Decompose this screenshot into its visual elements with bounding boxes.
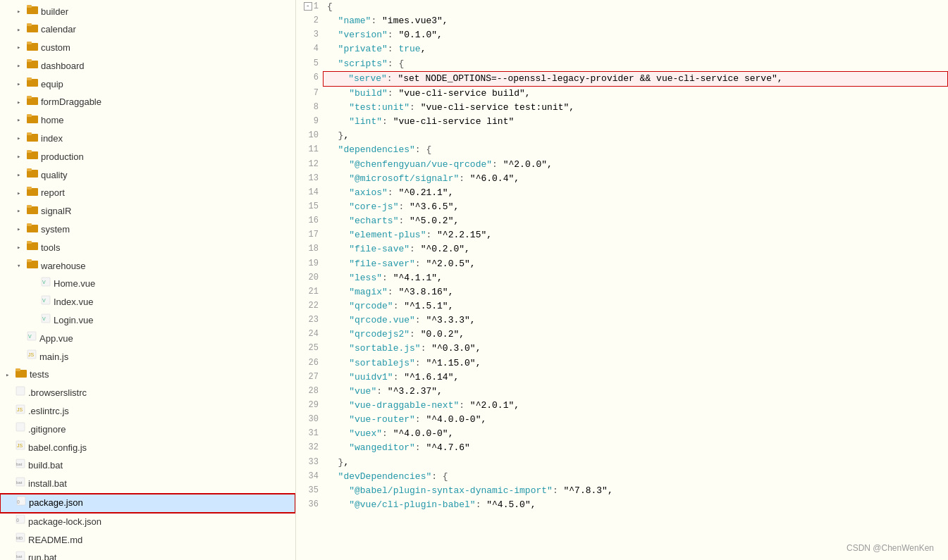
line-number: 36: [296, 498, 324, 512]
sidebar-item-.gitignore[interactable]: .gitignore: [0, 421, 295, 439]
sidebar-item-tools[interactable]: ▸ tools: [0, 239, 295, 257]
sidebar-item-package.json[interactable]: {}package.json: [0, 494, 295, 514]
sidebar-item-label: report: [41, 186, 65, 201]
tree-arrow: ▸: [17, 152, 27, 162]
sidebar-item-label: signalR: [41, 204, 71, 219]
folder-icon: [27, 223, 38, 238]
sidebar-item-formDraggable[interactable]: ▸ formDraggable: [0, 94, 295, 112]
code-table: -1{2 "name": "imes.vue3",3 "version": "0…: [296, 0, 948, 512]
json-icon: {}: [16, 496, 26, 511]
sidebar-item-warehouse[interactable]: ▾ warehouse: [0, 257, 295, 275]
line-number: 24: [296, 328, 324, 342]
line-number: 15: [296, 200, 324, 214]
svg-rect-25: [27, 223, 32, 226]
sidebar-item-label: builder: [41, 5, 68, 20]
code-line: 10 },: [296, 129, 948, 143]
line-content: {: [324, 0, 948, 14]
sidebar-item-label: package.json: [29, 496, 83, 511]
line-number: 34: [296, 470, 324, 484]
line-content: "build": "vue-cli-service build",: [324, 87, 948, 101]
sidebar-item-production[interactable]: ▸ production: [0, 148, 295, 166]
line-number: 27: [296, 371, 324, 385]
code-line: 29 "vue-draggable-next": "^2.0.1",: [296, 399, 948, 413]
sidebar-item-install.bat[interactable]: batinstall.bat: [0, 475, 295, 494]
tree-arrow: ▸: [17, 243, 27, 253]
tree-arrow: ▸: [17, 25, 27, 35]
sidebar-item-report[interactable]: ▸ report: [0, 185, 295, 203]
code-line: 23 "qrcode.vue": "^3.3.3",: [296, 313, 948, 328]
sidebar-item-equip[interactable]: ▸ equip: [0, 75, 295, 94]
folder-icon: [27, 149, 38, 165]
tree-arrow: ▾: [17, 261, 27, 271]
sidebar-item-label: run.bat: [28, 551, 56, 560]
sidebar-item-label: App.vue: [39, 332, 73, 347]
sidebar-item-main.js[interactable]: JSmain.js: [0, 348, 295, 366]
sidebar-item-home[interactable]: ▸ home: [0, 112, 295, 130]
bat-icon: bat: [16, 477, 25, 492]
code-line: 12 "@chenfengyuan/vue-qrcode": "^2.0.0",: [296, 158, 948, 172]
sidebar-item-Login.vue[interactable]: VLogin.vue: [0, 312, 295, 330]
sidebar-item-label: main.js: [39, 350, 68, 365]
sidebar-item-custom[interactable]: ▸ custom: [0, 39, 295, 58]
sidebar-item-index[interactable]: ▸ index: [0, 130, 295, 149]
svg-rect-3: [27, 23, 32, 26]
sidebar-item-build.bat[interactable]: batbuild.bat: [0, 457, 295, 475]
sidebar-item-.eslintrc.js[interactable]: JS.eslintrc.js: [0, 403, 295, 421]
sidebar-item-label: home: [41, 113, 64, 128]
line-number: 22: [296, 299, 324, 313]
vue-icon: V: [41, 277, 51, 292]
line-number: 2: [296, 14, 324, 28]
line-number: 28: [296, 385, 324, 399]
tree-arrow: ▸: [17, 134, 27, 144]
tree-arrow: ▸: [17, 189, 27, 199]
svg-text:V: V: [42, 316, 46, 321]
sidebar-item-builder[interactable]: ▸ builder: [0, 3, 295, 21]
sidebar-item-tests[interactable]: ▸ tests: [0, 366, 295, 385]
svg-rect-21: [27, 187, 32, 189]
sidebar-item-README.md[interactable]: MDREADME.md: [0, 531, 295, 549]
sidebar-item-label: Login.vue: [54, 313, 93, 328]
sidebar-item-App.vue[interactable]: VApp.vue: [0, 330, 295, 348]
sidebar-item-calendar[interactable]: ▸ calendar: [0, 21, 295, 39]
svg-rect-17: [27, 150, 32, 153]
sidebar-item-run.bat[interactable]: batrun.bat: [0, 549, 295, 560]
line-number: 35: [296, 484, 324, 498]
line-number: 17: [296, 228, 324, 242]
sidebar-item-Index.vue[interactable]: VIndex.vue: [0, 294, 295, 312]
line-content: "less": "^4.1.1",: [324, 271, 948, 285]
sidebar-item-label: dashboard: [41, 59, 84, 74]
sidebar-item-package-lock.json[interactable]: {}package-lock.json: [0, 513, 295, 531]
sidebar-item-label: install.bat: [28, 477, 67, 492]
folder-icon: [27, 259, 38, 274]
sidebar-item-label: build.bat: [28, 459, 63, 473]
sidebar-item-babel.config.js[interactable]: JSbabel.config.js: [0, 439, 295, 457]
line-content: "vue-router": "^4.0.0-0",: [324, 413, 948, 427]
sidebar-item-Home.vue[interactable]: VHome.vue: [0, 275, 295, 294]
sidebar-item-label: quality: [41, 168, 68, 183]
code-line: 6 "serve": "set NODE_OPTIONS=--openssl-l…: [296, 71, 948, 87]
line-content: },: [324, 456, 948, 470]
sidebar-item-dashboard[interactable]: ▸ dashboard: [0, 57, 295, 75]
line-content: "qrcodejs2": "0.0.2",: [324, 328, 948, 342]
fold-icon[interactable]: -: [304, 2, 312, 11]
json-icon: {}: [16, 514, 25, 530]
sidebar-item-label: calendar: [41, 23, 76, 37]
code-line: 11 "dependencies": {: [296, 143, 948, 157]
file-tree[interactable]: ▸ builder▸ calendar▸ custom▸ dashboard▸ …: [0, 0, 296, 560]
svg-text:bat: bat: [16, 480, 23, 485]
code-line: 21 "magix": "^3.8.16",: [296, 285, 948, 299]
svg-rect-29: [27, 259, 32, 262]
line-content: "magix": "^3.8.16",: [324, 285, 948, 299]
line-content: "dependencies": {: [324, 143, 948, 157]
line-number: 14: [296, 186, 324, 200]
sidebar-item-signalR[interactable]: ▸ signalR: [0, 203, 295, 221]
sidebar-item-.browserslistrc[interactable]: .browserslistrc: [0, 385, 295, 403]
line-content: "element-plus": "^2.2.15",: [324, 228, 948, 242]
sidebar-item-label: .browserslistrc: [28, 386, 87, 401]
svg-rect-13: [27, 114, 32, 117]
code-line: 30 "vue-router": "^4.0.0-0",: [296, 413, 948, 427]
line-content: "sortablejs": "^1.15.0",: [324, 356, 948, 371]
code-line: 25 "sortable.js": "^0.3.0",: [296, 342, 948, 356]
sidebar-item-system[interactable]: ▸ system: [0, 221, 295, 239]
sidebar-item-quality[interactable]: ▸ quality: [0, 166, 295, 185]
